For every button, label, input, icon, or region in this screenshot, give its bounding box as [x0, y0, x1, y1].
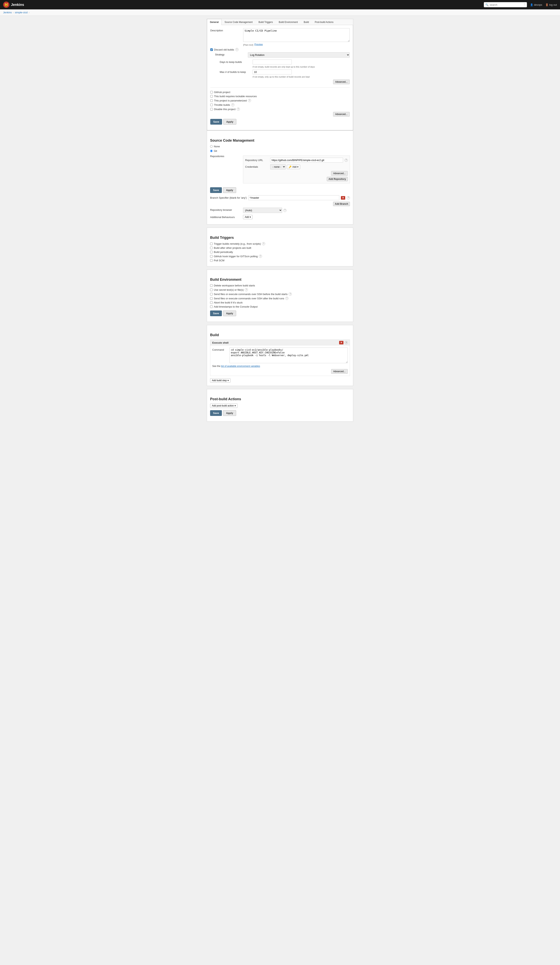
- execute-shell-help[interactable]: ?: [344, 341, 348, 344]
- ssh-after-checkbox[interactable]: [210, 297, 213, 300]
- parameterized-help[interactable]: ?: [248, 99, 251, 102]
- build-periodically-checkbox[interactable]: [210, 251, 213, 253]
- additional-behaviours-row: Additional Behaviours Add ▾: [210, 215, 350, 219]
- env-vars-hint-row: See the list of available environment va…: [212, 365, 348, 368]
- trigger-remote-checkbox[interactable]: [210, 242, 213, 245]
- repositories-section: Repositories Repository URL ? Credential…: [210, 154, 350, 185]
- tab-build-environment[interactable]: Build Environment: [276, 19, 301, 25]
- secret-text-checkbox[interactable]: [210, 289, 213, 291]
- preview-link[interactable]: Preview: [254, 43, 263, 46]
- general-save-btn[interactable]: Save: [210, 119, 222, 124]
- username-label: devops: [534, 3, 542, 6]
- secret-text-help[interactable]: ?: [245, 288, 248, 291]
- branch-specifier-input[interactable]: [248, 195, 339, 200]
- github-hook-help[interactable]: ?: [259, 255, 262, 258]
- post-build-save-btn[interactable]: Save: [210, 410, 222, 416]
- execute-shell-close-btn[interactable]: ✕: [339, 341, 343, 344]
- general-advanced-btn[interactable]: Advanced...: [333, 112, 350, 116]
- repo-url-help[interactable]: ?: [344, 159, 348, 162]
- parameterized-checkbox[interactable]: [210, 99, 213, 102]
- description-hint: [Plain text]: [243, 44, 253, 46]
- add-behaviours-btn[interactable]: Add ▾: [243, 215, 253, 219]
- ssh-before-help[interactable]: ?: [289, 293, 292, 296]
- general-apply-btn[interactable]: Apply: [223, 119, 236, 124]
- disable-project-checkbox[interactable]: [210, 108, 213, 111]
- strategy-select[interactable]: Log Rotation: [248, 52, 350, 57]
- additional-behaviours-label: Additional Behaviours: [210, 215, 242, 219]
- build-after-checkbox[interactable]: [210, 247, 213, 249]
- delete-workspace-checkbox[interactable]: [210, 284, 213, 287]
- execute-shell-box: Execute shell ✕ ? Command cd simple-cicd…: [210, 340, 350, 376]
- ssh-before-checkbox[interactable]: [210, 293, 213, 295]
- log-rotation-box: Days to keep builds if not empty, build …: [220, 60, 350, 84]
- branch-help[interactable]: ?: [347, 196, 350, 200]
- tab-post-build[interactable]: Post-build Actions: [312, 19, 336, 25]
- search-help-icon[interactable]: ?: [524, 3, 525, 7]
- max-builds-input[interactable]: [253, 70, 292, 74]
- secret-text-row: Use secret text(s) or file(s) ?: [210, 288, 350, 291]
- github-project-checkbox[interactable]: [210, 91, 213, 93]
- add-credentials-btn[interactable]: 🔑 Add ▾: [287, 165, 300, 169]
- git-radio[interactable]: [210, 150, 213, 152]
- repo-url-input[interactable]: [270, 158, 343, 163]
- scm-apply-btn-top[interactable]: Apply: [223, 187, 236, 193]
- repo-url-row: Repository URL ?: [245, 158, 348, 163]
- lockable-resources-checkbox[interactable]: [210, 95, 213, 98]
- header-logo[interactable]: 🐱 Jenkins: [3, 2, 24, 8]
- credentials-select[interactable]: - none -: [270, 164, 286, 170]
- poll-scm-checkbox[interactable]: [210, 259, 213, 262]
- breadcrumb-sep1: ›: [13, 11, 14, 14]
- tab-scm[interactable]: Source Code Management: [222, 19, 256, 25]
- breadcrumb-project[interactable]: simple-cicd: [15, 11, 28, 14]
- add-credentials-label: Add: [292, 165, 296, 168]
- log-rotation-advanced-btn[interactable]: Advanced...: [333, 80, 350, 84]
- add-branch-btn[interactable]: Add Branch: [333, 202, 350, 206]
- disable-project-help[interactable]: ?: [237, 108, 240, 111]
- none-radio[interactable]: [210, 145, 213, 148]
- main-content: General Source Code Management Build Tri…: [204, 16, 356, 428]
- post-build-apply-btn[interactable]: Apply: [223, 410, 236, 416]
- disable-project-row: Disable this project ?: [210, 108, 350, 111]
- discard-builds-help[interactable]: ?: [235, 48, 238, 51]
- abort-stuck-checkbox[interactable]: [210, 301, 213, 304]
- add-build-step-btn[interactable]: Add build step ▾: [210, 378, 230, 383]
- add-post-build-btn[interactable]: Add post-build action ▾: [210, 404, 237, 408]
- tab-general[interactable]: General: [207, 19, 222, 25]
- add-build-step-arrow: ▾: [227, 379, 229, 382]
- search-input[interactable]: [490, 3, 522, 6]
- github-hook-checkbox[interactable]: [210, 255, 213, 258]
- days-hint: if not empty, build records are only kep…: [253, 65, 350, 68]
- description-textarea[interactable]: Simple CI/CD Pipeline: [243, 28, 350, 42]
- poll-scm-label: Poll SCM: [214, 259, 224, 262]
- throttle-builds-checkbox[interactable]: [210, 104, 213, 106]
- build-env-save-btn[interactable]: Save: [210, 311, 222, 316]
- env-vars-link[interactable]: list of available environment variables: [221, 365, 260, 368]
- trigger-remote-help[interactable]: ?: [262, 242, 265, 245]
- days-row: Days to keep builds: [220, 60, 350, 64]
- scm-save-btn-top[interactable]: Save: [210, 187, 222, 193]
- delete-workspace-row: Delete workspace before build starts: [210, 284, 350, 287]
- header-logout[interactable]: 🚪 log out: [545, 3, 557, 6]
- repo-browser-help[interactable]: ?: [283, 209, 286, 212]
- discard-builds-label: Discard old builds: [214, 48, 234, 51]
- breadcrumb-jenkins[interactable]: Jenkins: [3, 11, 12, 14]
- add-repository-btn[interactable]: Add Repository: [327, 177, 348, 181]
- ssh-before-row: Send files or execute commands over SSH …: [210, 293, 350, 296]
- discard-builds-checkbox[interactable]: [210, 48, 213, 51]
- tab-build-triggers[interactable]: Build Triggers: [256, 19, 276, 25]
- timestamps-checkbox[interactable]: [210, 306, 213, 308]
- ssh-after-row: Send files or execute commands over SSH …: [210, 297, 350, 300]
- repo-advanced-btn[interactable]: Advanced...: [331, 171, 348, 176]
- days-input[interactable]: [253, 60, 292, 64]
- discard-builds-row: Discard old builds ?: [210, 48, 350, 51]
- ssh-after-help[interactable]: ?: [285, 297, 288, 300]
- command-textarea[interactable]: cd simple-cicd-ec2/ansible-playbooks/ ex…: [230, 348, 348, 363]
- branch-close-btn[interactable]: ✕: [341, 196, 345, 200]
- tab-build[interactable]: Build: [301, 19, 312, 25]
- disable-project-label: Disable this project: [214, 108, 235, 111]
- build-advanced-btn[interactable]: Advanced...: [331, 369, 348, 374]
- max-builds-label: Max # of builds to keep: [220, 70, 251, 74]
- throttle-builds-help[interactable]: ?: [231, 103, 234, 106]
- repo-browser-select[interactable]: (Auto): [243, 208, 282, 213]
- build-env-apply-btn[interactable]: Apply: [223, 311, 236, 316]
